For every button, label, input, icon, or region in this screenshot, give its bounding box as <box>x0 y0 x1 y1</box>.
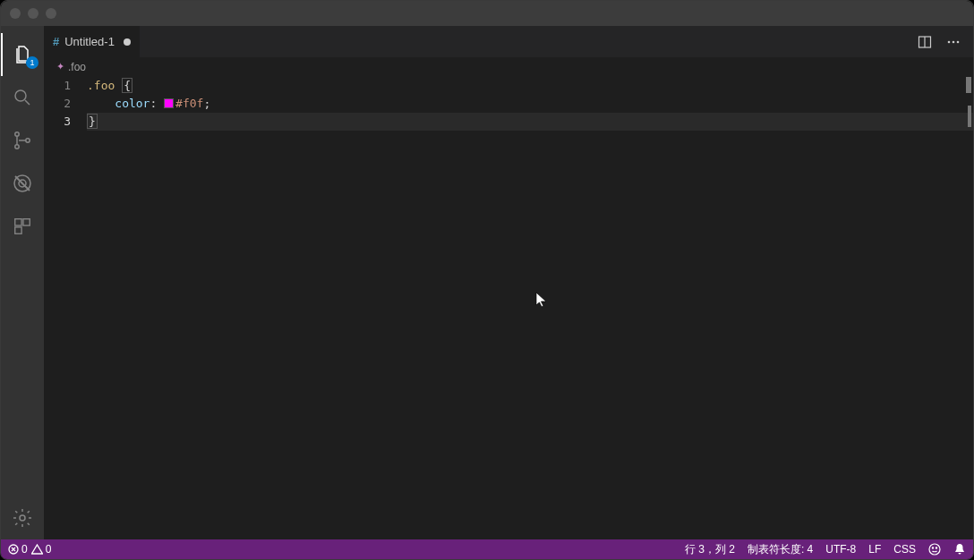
text-editor[interactable]: 1 2 3 .foo { color: #f0f; } <box>44 77 973 539</box>
activity-explorer[interactable]: 1 <box>1 33 44 76</box>
svg-point-16 <box>932 547 933 548</box>
mouse-cursor-icon <box>535 292 548 308</box>
status-indentation[interactable]: 制表符长度: 4 <box>748 542 813 557</box>
warning-icon <box>31 544 43 555</box>
tab-untitled-1[interactable]: # Untitled-1 <box>44 26 141 57</box>
ellipsis-icon <box>946 35 961 49</box>
split-editor-icon <box>918 35 932 49</box>
activity-extensions[interactable] <box>1 205 44 248</box>
svg-rect-7 <box>23 219 30 225</box>
svg-point-3 <box>26 139 30 142</box>
more-actions-button[interactable] <box>943 31 964 53</box>
window-controls <box>10 8 56 19</box>
split-editor-button[interactable] <box>914 31 936 53</box>
minimap[interactable] <box>955 77 973 539</box>
tabs-bar: # Untitled-1 <box>44 26 973 57</box>
minimap-marker <box>968 106 971 127</box>
svg-point-11 <box>948 40 951 43</box>
extensions-icon <box>13 216 32 236</box>
activity-bar: 1 <box>1 26 44 539</box>
activity-scm[interactable] <box>1 119 44 162</box>
smiley-icon <box>928 543 941 556</box>
code-line[interactable]: } <box>87 113 973 131</box>
code-content[interactable]: .foo { color: #f0f; } <box>87 77 973 539</box>
bell-icon <box>953 543 966 556</box>
svg-point-17 <box>936 547 936 548</box>
svg-point-15 <box>929 544 940 555</box>
svg-point-12 <box>953 40 955 43</box>
svg-point-0 <box>15 90 26 101</box>
status-notifications[interactable] <box>953 543 966 556</box>
status-warnings[interactable]: 0 <box>31 543 52 556</box>
dirty-indicator-icon <box>124 38 131 46</box>
color-swatch-icon[interactable] <box>164 98 174 108</box>
activity-debug[interactable] <box>1 162 44 205</box>
debug-icon <box>12 173 33 194</box>
activity-settings[interactable] <box>1 496 44 539</box>
traffic-close[interactable] <box>10 8 21 19</box>
code-line[interactable]: .foo { <box>87 77 973 95</box>
svg-rect-6 <box>15 219 21 225</box>
svg-point-1 <box>15 132 19 136</box>
traffic-minimize[interactable] <box>28 8 38 19</box>
status-errors[interactable]: 0 <box>8 543 28 556</box>
line-number: 1 <box>44 77 71 95</box>
line-number-gutter: 1 2 3 <box>44 77 87 539</box>
css-file-icon: # <box>53 35 59 48</box>
breadcrumb-label: .foo <box>68 61 86 73</box>
svg-rect-8 <box>15 227 21 233</box>
traffic-zoom[interactable] <box>46 8 56 19</box>
status-feedback[interactable] <box>928 543 941 556</box>
gear-icon <box>12 507 33 529</box>
search-icon <box>12 87 33 108</box>
status-language-mode[interactable]: CSS <box>893 543 916 556</box>
breadcrumb[interactable]: ✦ .foo <box>44 57 973 77</box>
code-line[interactable]: color: #f0f; <box>87 95 973 113</box>
tab-actions <box>914 26 973 57</box>
line-number: 3 <box>44 113 71 131</box>
explorer-badge: 1 <box>26 56 38 69</box>
source-control-icon <box>12 130 33 151</box>
css-rule-icon: ✦ <box>56 61 64 72</box>
activity-search[interactable] <box>1 76 44 119</box>
titlebar[interactable] <box>1 1 973 26</box>
tab-title: Untitled-1 <box>64 35 115 48</box>
status-bar: 0 0 行 3，列 2 制表符长度: 4 UTF-8 LF CSS <box>1 539 973 559</box>
editor-group: # Untitled-1 ✦ .foo <box>44 26 973 539</box>
status-encoding[interactable]: UTF-8 <box>825 543 856 556</box>
svg-point-13 <box>957 40 960 43</box>
app-window: 1 # Untitle <box>0 0 974 560</box>
status-cursor-position[interactable]: 行 3，列 2 <box>685 542 735 557</box>
status-eol[interactable]: LF <box>868 543 881 556</box>
svg-point-9 <box>20 515 25 521</box>
error-icon <box>8 544 19 555</box>
minimap-slider[interactable] <box>966 77 971 93</box>
line-number: 2 <box>44 95 71 113</box>
svg-point-2 <box>15 145 19 148</box>
workbench: 1 # Untitle <box>1 26 973 539</box>
